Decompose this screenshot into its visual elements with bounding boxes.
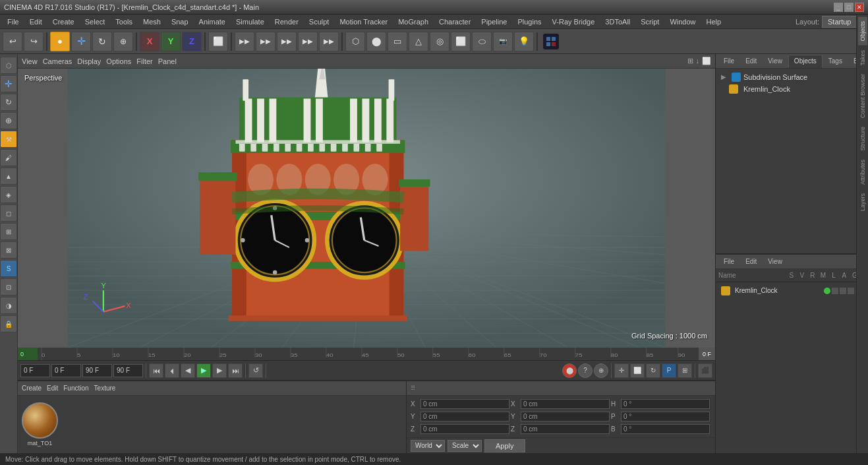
frame-total-field[interactable] (113, 364, 143, 377)
tool-select[interactable]: ⬡ (0, 57, 17, 74)
obj-tab-edit[interactable]: Edit (740, 55, 762, 68)
coord-y-size-input[interactable] (521, 412, 610, 421)
frame-end-field[interactable] (82, 364, 112, 377)
render-btn-5[interactable]: ▶▶ (319, 32, 339, 51)
motion-btn-3[interactable]: ↻ (646, 363, 660, 378)
minimize-button[interactable]: _ (834, 3, 843, 12)
light-button[interactable]: 💡 (514, 32, 534, 51)
tool-loop[interactable]: ◻ (0, 204, 17, 222)
tool-rotate[interactable]: ↻ (0, 94, 17, 111)
render-btn-2[interactable]: ▶▶ (256, 32, 275, 51)
capsule-button[interactable]: ⬭ (472, 32, 492, 51)
cube-button[interactable]: ⬡ (345, 32, 365, 51)
undo-button[interactable]: ↩ (3, 32, 22, 51)
coord-z-size-input[interactable] (521, 424, 610, 434)
menu-motion-tracker[interactable]: Motion Tracker (335, 16, 392, 27)
axis-y-button[interactable]: Y (161, 32, 181, 51)
prop-tab-view[interactable]: View (763, 255, 788, 268)
axis-z-button[interactable]: Z (182, 32, 202, 51)
tool-bridge[interactable]: ⊞ (0, 223, 17, 240)
menu-window[interactable]: Window (665, 16, 700, 27)
coord-p-rot-input[interactable] (621, 412, 710, 421)
tool-extrude[interactable]: ▲ (0, 168, 17, 185)
menu-3dtoall[interactable]: 3DToAll (600, 16, 635, 27)
viewport-down-btn[interactable]: ↓ (696, 57, 700, 65)
motion-btn-1[interactable]: ✛ (614, 363, 629, 378)
coord-h-rot-input[interactable] (621, 399, 710, 409)
timeline-ruler[interactable]: 0 5 10 15 20 25 30 35 40 45 50 55 (38, 348, 699, 360)
scale-mode-button[interactable]: ⊕ (113, 32, 133, 51)
tool-knife[interactable]: ⚒ (0, 131, 17, 148)
menu-select[interactable]: Select (80, 16, 110, 27)
viewport-maximize-btn[interactable]: ⬜ (702, 57, 711, 65)
mat-edit-menu[interactable]: Edit (47, 385, 58, 392)
cylinder-button[interactable]: ▭ (388, 32, 407, 51)
menu-render[interactable]: Render (270, 16, 303, 27)
key-button[interactable]: ? (578, 363, 593, 378)
menu-character[interactable]: Character (434, 16, 475, 27)
frame-current-field[interactable] (51, 364, 81, 377)
sphere-button[interactable]: ⬤ (366, 32, 386, 51)
record-button[interactable]: ⬤ (562, 363, 577, 378)
menu-help[interactable]: Help (702, 16, 726, 27)
render-btn-4[interactable]: ▶▶ (298, 32, 318, 51)
cone-button[interactable]: △ (409, 32, 428, 51)
prop-tab-file[interactable]: File (718, 255, 739, 268)
select-mode-button[interactable]: ● (50, 32, 70, 51)
prop-tab-edit[interactable]: Edit (740, 255, 762, 268)
menu-create[interactable]: Create (48, 16, 79, 27)
menu-vray[interactable]: V-Ray Bridge (548, 16, 600, 27)
mat-create-menu[interactable]: Create (22, 385, 42, 392)
viewport-menu-display[interactable]: Display (77, 57, 101, 65)
world-select[interactable]: World Local (411, 440, 445, 452)
torus-button[interactable]: ◎ (430, 32, 449, 51)
obj-tab-objects[interactable]: Objects (788, 55, 823, 68)
obj-item-subdivision[interactable]: ▶ Subdivision Surface ✓ (718, 71, 868, 83)
render-region-button[interactable]: ▶▶ (235, 32, 254, 51)
obj-tab-view[interactable]: View (763, 55, 788, 68)
menu-animate[interactable]: Animate (194, 16, 230, 27)
plane-button[interactable]: ⬜ (451, 32, 471, 51)
apply-button[interactable]: Apply (484, 439, 525, 452)
tool-magnet[interactable]: ⊠ (0, 241, 17, 259)
loop-button[interactable]: ↺ (248, 363, 263, 378)
camera-button[interactable]: 📷 (493, 32, 513, 51)
coord-x-pos-input[interactable] (420, 399, 509, 409)
step-forward-button[interactable]: ▶ (212, 363, 227, 378)
tool-move[interactable]: ✛ (0, 75, 17, 92)
tool-scale[interactable]: ⊕ (0, 112, 17, 129)
auto-key-button[interactable]: ⊕ (594, 363, 608, 378)
menu-mesh[interactable]: Mesh (138, 16, 165, 27)
expand-icon[interactable]: ▶ (721, 73, 729, 81)
right-tab-content-browser[interactable]: Content Browser (858, 70, 867, 122)
redo-button[interactable]: ↪ (24, 32, 43, 51)
rotate-mode-button[interactable]: ↻ (92, 32, 112, 51)
right-tab-layers[interactable]: Layers (858, 189, 867, 215)
right-tab-attributes[interactable]: Attributes (858, 156, 867, 189)
mat-function-menu[interactable]: Function (63, 385, 88, 392)
viewport-menu-view[interactable]: View (22, 57, 38, 65)
menu-plugins[interactable]: Plugins (513, 16, 546, 27)
viewport-3d[interactable]: X Y Z Perspective Grid Spacing : 1000 cm (18, 69, 715, 348)
coord-z-pos-input[interactable] (420, 424, 509, 434)
maximize-button[interactable]: □ (844, 3, 854, 12)
menu-snap[interactable]: Snap (167, 16, 193, 27)
coord-y-pos-input[interactable] (420, 412, 509, 421)
tool-paint[interactable]: 🖌 (0, 149, 17, 166)
tool-measure[interactable]: ⊡ (0, 278, 17, 295)
scale-select[interactable]: Scale Size (448, 440, 482, 452)
menu-script[interactable]: Script (636, 16, 664, 27)
object-mode-button[interactable]: ⬜ (208, 32, 228, 51)
menu-simulate[interactable]: Simulate (231, 16, 269, 27)
right-tab-takes[interactable]: Takes (858, 46, 867, 70)
tool-9[interactable]: ◑ (0, 297, 17, 314)
close-button[interactable]: ✕ (855, 3, 864, 12)
viewport-menu-panel[interactable]: Panel (158, 57, 177, 65)
right-tab-structure[interactable]: Structure (858, 123, 867, 155)
menu-tools[interactable]: Tools (111, 16, 137, 27)
tool-lock[interactable]: 🔒 (0, 315, 17, 332)
viewport-grid-btn[interactable]: ⊞ (687, 57, 693, 65)
obj-tab-tags[interactable]: Tags (823, 55, 848, 68)
coord-x-size-input[interactable] (521, 399, 610, 409)
motion-btn-2[interactable]: ⬜ (630, 363, 645, 378)
